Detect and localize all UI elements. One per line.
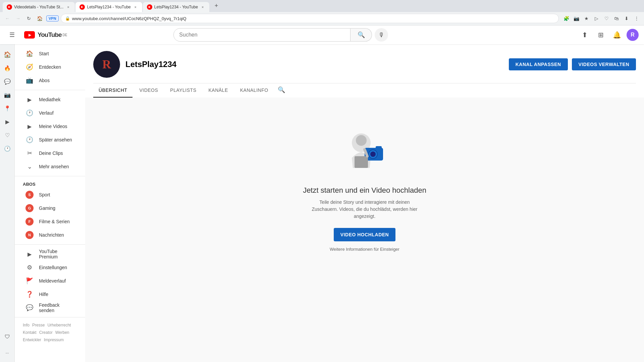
gaming-avatar: G — [25, 204, 34, 212]
outer-instagram-icon[interactable]: 📷 — [1, 88, 14, 101]
outer-location-icon[interactable]: 📍 — [1, 102, 14, 115]
chevron-down-icon: ⌄ — [25, 163, 34, 171]
search-input[interactable] — [179, 32, 345, 38]
tab-title-1: Videodetails - YouTube St... — [14, 5, 63, 9]
outer-play-icon[interactable]: ▶ — [1, 115, 14, 128]
sidebar-label-entdecken: Entdecken — [39, 64, 61, 70]
upload-button[interactable]: ⬆ — [578, 28, 592, 42]
mic-button[interactable]: 🎙 — [375, 28, 388, 42]
sport-avatar: S — [25, 191, 34, 199]
channel-search-icon[interactable]: 🔍 — [275, 83, 288, 98]
footer-kontakt[interactable]: Kontakt — [23, 330, 37, 335]
watch-later-icon: 🕐 — [25, 136, 34, 144]
bookmark-icon[interactable]: ★ — [582, 14, 591, 23]
outer-shield-icon[interactable]: 🛡 — [1, 330, 14, 343]
library-icon: ▶ — [25, 96, 34, 104]
channel-top: R LetsPlay1234 KANAL ANPASSEN VIDEOS VER… — [93, 51, 636, 83]
sidebar-item-clips[interactable]: ✂ Deine Clips — [17, 146, 83, 160]
outer-home-icon[interactable]: 🏠 — [1, 48, 14, 61]
screenshot-icon[interactable]: 📷 — [572, 14, 581, 23]
tab-2[interactable]: LetsPlay1234 - YouTube × — [75, 2, 142, 12]
sidebar-mehr-ansehen[interactable]: ⌄ Mehr ansehen — [17, 160, 83, 173]
tab-playlists[interactable]: PLAYLISTS — [165, 83, 202, 98]
address-bar[interactable]: 🔒 www.youtube.com/channel/UCocN6zQPHQZ_0… — [61, 14, 559, 23]
sidebar-item-entdecken[interactable]: 🧭 Entdecken — [17, 60, 83, 74]
download-icon[interactable]: ⬇ — [622, 14, 631, 23]
sidebar-item-nachrichten[interactable]: N Nachrichten — [17, 228, 83, 242]
search-input-wrap[interactable] — [173, 28, 351, 42]
vpn-badge[interactable]: VPN — [46, 15, 59, 21]
back-button[interactable]: ← — [3, 14, 12, 23]
tab-videos[interactable]: VIDEOS — [134, 83, 163, 98]
forward-button[interactable]: → — [13, 14, 23, 23]
channel-tabs: ÜBERSICHT VIDEOS PLAYLISTS KANÄLE KANALI… — [93, 83, 636, 98]
svg-point-4 — [370, 152, 376, 157]
reload-button[interactable]: ↻ — [24, 14, 34, 23]
clips-icon: ✂ — [25, 149, 34, 157]
yt-logo-text: YouTube — [38, 31, 61, 39]
search-button[interactable]: 🔍 — [351, 28, 372, 42]
footer-werben[interactable]: Werben — [55, 330, 69, 335]
sidebar-label-gaming: Gaming — [39, 205, 55, 211]
menu-icon[interactable]: ⋮ — [632, 14, 641, 23]
einsteiger-link[interactable]: Weitere Informationen für Einsteiger — [330, 247, 399, 252]
tab-close-3[interactable]: × — [200, 4, 205, 10]
tab-kanaele[interactable]: KANÄLE — [203, 83, 233, 98]
user-avatar[interactable]: R — [627, 29, 639, 41]
sidebar-item-filme[interactable]: F Filme & Serien — [17, 215, 83, 228]
outer-more-icon[interactable]: ··· — [1, 347, 14, 359]
sidebar-bottom: ▶ YouTube Premium ⚙ Einstellungen 🚩 Meld… — [15, 245, 85, 317]
sidebar-item-meine-videos[interactable]: ▶ Meine Videos — [17, 120, 83, 133]
notifications-button[interactable]: 🔔 — [610, 28, 624, 42]
home-nav-button[interactable]: 🏠 — [35, 14, 44, 23]
empty-state: Jetzt starten und ein Video hochladen Te… — [85, 98, 644, 279]
sidebar-item-spaeter[interactable]: 🕐 Später ansehen — [17, 133, 83, 146]
sidebar-item-feedback[interactable]: 💬 Feedback senden — [17, 301, 83, 314]
apps-button[interactable]: ⊞ — [594, 28, 608, 42]
footer-creator[interactable]: Creator — [39, 330, 53, 335]
hamburger-menu[interactable]: ☰ — [5, 28, 19, 42]
footer-impressum[interactable]: Impressum — [44, 338, 64, 342]
kanal-anpassen-button[interactable]: KANAL ANPASSEN — [509, 58, 568, 70]
videos-verwalten-button[interactable]: VIDEOS VERWALTEN — [572, 58, 636, 70]
sidebar-item-mediathek[interactable]: ▶ Mediathek — [17, 93, 83, 106]
media-icon[interactable]: ▷ — [592, 14, 601, 23]
sidebar-item-einstellungen[interactable]: ⚙ Einstellungen — [17, 261, 83, 274]
extensions-icon[interactable]: 🧩 — [561, 14, 571, 23]
outer-heart-icon[interactable]: ♡ — [1, 129, 14, 141]
tab-3[interactable]: LetsPlay1234 - YouTube × — [143, 2, 209, 12]
sidebar-item-start[interactable]: 🏠 Start — [17, 47, 83, 60]
yt-logo[interactable]: YouTubeDE — [24, 31, 67, 39]
content-area: 🏠 🔥 💬 📷 📍 ▶ ♡ 🕐 🛡 ··· 🏠 Start 🧭 Entdecke — [0, 44, 644, 362]
sidebar-item-gaming[interactable]: G Gaming — [17, 201, 83, 215]
sidebar-item-abos[interactable]: 📺 Abos — [17, 74, 83, 87]
tab-close-1[interactable]: × — [65, 4, 71, 10]
tab-kanalinfo[interactable]: KANALINFO — [235, 83, 274, 98]
heart-toolbar-icon[interactable]: ♡ — [602, 14, 611, 23]
sidebar-abos-section: ABOS S Sport G Gaming F Filme & Serien N… — [15, 176, 85, 245]
my-videos-icon: ▶ — [25, 122, 34, 130]
sidebar-label-nachrichten: Nachrichten — [39, 232, 64, 238]
sidebar-label-hilfe: Hilfe — [39, 292, 48, 297]
tab-uebersicht[interactable]: ÜBERSICHT — [93, 83, 132, 98]
outer-flame-icon[interactable]: 🔥 — [1, 62, 14, 74]
outer-chat-icon[interactable]: 💬 — [1, 75, 14, 88]
tab-close-2[interactable]: × — [133, 4, 138, 10]
bag-icon[interactable]: 🛍 — [612, 14, 621, 23]
upload-video-button[interactable]: VIDEO HOCHLADEN — [334, 228, 395, 241]
sidebar-item-hilfe[interactable]: ❓ Hilfe — [17, 288, 83, 301]
footer-presse[interactable]: Presse — [32, 323, 45, 327]
nachrichten-avatar: N — [25, 231, 34, 239]
sidebar-item-verlauf[interactable]: 🕐 Verlauf — [17, 106, 83, 120]
header-right: ⬆ ⊞ 🔔 R — [578, 28, 639, 42]
sidebar-item-premium[interactable]: ▶ YouTube Premium — [17, 247, 83, 261]
sidebar-item-sport[interactable]: S Sport — [17, 188, 83, 201]
footer-urheberrecht[interactable]: Urheberrecht — [47, 323, 71, 327]
new-tab-button[interactable]: + — [211, 1, 221, 11]
outer-clock-icon[interactable]: 🕐 — [1, 142, 14, 155]
tab-1[interactable]: Videodetails - YouTube St... × — [3, 2, 75, 12]
sidebar-item-meldeverlauf[interactable]: 🚩 Meldeverlauf — [17, 274, 83, 288]
footer-info[interactable]: Info — [23, 323, 30, 327]
tab-favicon-3 — [147, 4, 152, 10]
footer-entwickler[interactable]: Entwickler — [23, 338, 41, 342]
